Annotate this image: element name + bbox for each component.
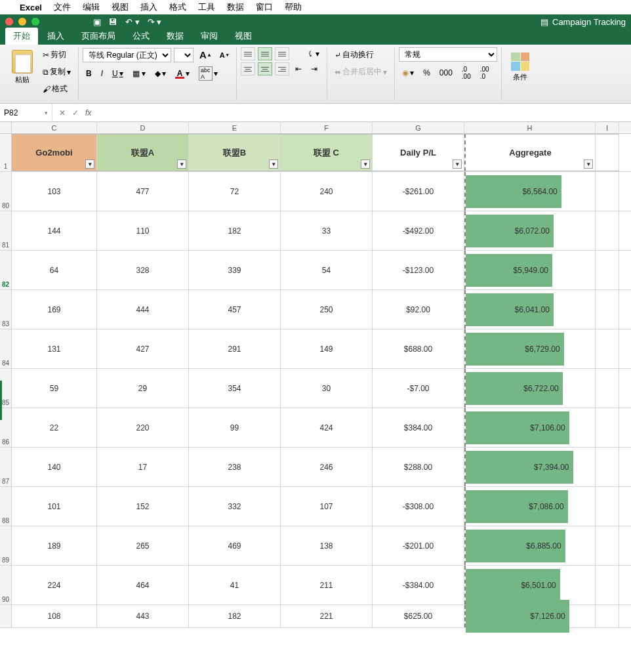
fill-color-button[interactable]: ◆ ▾ [152, 67, 169, 80]
increase-indent-button[interactable]: ⇥ [308, 62, 321, 75]
cell[interactable]: 221 [281, 605, 373, 627]
filter-icon[interactable]: ▾ [453, 159, 462, 169]
ribbon-tab-home[interactable]: 开始 [5, 28, 38, 45]
row-header[interactable]: 81 [0, 211, 12, 250]
phonetic-button[interactable]: abcA ▾ [195, 64, 221, 83]
name-box[interactable]: P82▾ [0, 104, 52, 121]
col-header-G[interactable]: G [373, 122, 464, 133]
close-window-button[interactable] [5, 18, 13, 26]
cell-aggregate[interactable]: $6,885.00 [464, 526, 596, 565]
decrease-indent-button[interactable]: ⇤ [292, 62, 305, 75]
cell-aggregate[interactable]: $7,394.00 [464, 448, 596, 486]
cancel-icon[interactable]: ✕ [59, 108, 66, 117]
cell[interactable]: 131 [12, 329, 97, 368]
cell[interactable]: 424 [281, 408, 373, 447]
cell-aggregate[interactable]: $6,722.00 [464, 369, 596, 408]
cell[interactable]: 189 [12, 526, 97, 565]
cell-aggregate[interactable]: $6,072.00 [464, 211, 596, 250]
menu-window[interactable]: 窗口 [256, 1, 273, 13]
conditional-formatting-button[interactable]: 条件 [506, 47, 535, 87]
maximize-window-button[interactable] [31, 18, 39, 26]
cell[interactable]: $92.00 [373, 290, 464, 329]
cell[interactable]: -$308.00 [373, 487, 464, 526]
row-header[interactable]: 84 [0, 329, 12, 368]
col-header-F[interactable]: F [281, 122, 373, 133]
cell-aggregate[interactable]: $7,126.00 [464, 605, 596, 627]
ribbon-tab-data[interactable]: 数据 [159, 28, 192, 45]
menu-insert[interactable]: 插入 [140, 1, 157, 13]
cell-aggregate[interactable]: $6,729.00 [464, 329, 596, 368]
cell[interactable] [596, 605, 619, 627]
cell[interactable]: 427 [97, 329, 189, 368]
cell[interactable]: 457 [189, 290, 281, 329]
align-right-button[interactable] [275, 62, 289, 75]
cell[interactable]: 103 [12, 172, 97, 211]
cell[interactable] [596, 290, 619, 329]
orientation-button[interactable]: ⤹ ▾ [304, 47, 323, 60]
cell-aggregate[interactable]: $5,949.00 [464, 251, 596, 289]
cell[interactable]: $288.00 [373, 448, 464, 486]
format-painter-button[interactable]: 🖌︎格式 [39, 81, 74, 96]
app-name[interactable]: Excel [20, 3, 42, 12]
comma-button[interactable]: 000 [436, 66, 456, 79]
confirm-icon[interactable]: ✓ [72, 108, 79, 117]
header-cell-alliance-c[interactable]: 联盟 C▾ [281, 134, 373, 171]
cell[interactable]: 328 [97, 251, 189, 289]
ribbon-tab-page-layout[interactable]: 页面布局 [73, 28, 123, 45]
row-header[interactable]: 80 [0, 172, 12, 211]
border-button[interactable]: ▦ ▾ [129, 67, 149, 80]
cell[interactable]: 110 [97, 211, 189, 250]
cell[interactable]: 469 [189, 526, 281, 565]
wrap-text-button[interactable]: ⤶ 自动换行 [331, 47, 377, 62]
cell[interactable]: 17 [97, 448, 189, 486]
cell[interactable]: 477 [97, 172, 189, 211]
minimize-window-button[interactable] [18, 18, 26, 26]
cell[interactable]: 443 [97, 605, 189, 627]
italic-button[interactable]: I [98, 67, 106, 80]
cell[interactable]: 240 [281, 172, 373, 211]
cell-aggregate[interactable]: $7,106.00 [464, 408, 596, 447]
cell[interactable]: 182 [189, 211, 281, 250]
menu-tools[interactable]: 工具 [198, 1, 215, 13]
cell[interactable]: 140 [12, 448, 97, 486]
filter-icon[interactable]: ▾ [361, 159, 370, 169]
cell[interactable]: $688.00 [373, 329, 464, 368]
cell-aggregate[interactable]: $6,041.00 [464, 290, 596, 329]
cell[interactable]: -$261.00 [373, 172, 464, 211]
merge-center-button[interactable]: ⬌ 合并后居中 ▾ [331, 64, 390, 79]
align-middle-button[interactable] [258, 47, 272, 60]
bold-button[interactable]: B [83, 67, 95, 80]
cell[interactable]: 332 [189, 487, 281, 526]
header-cell-alliance-a[interactable]: 联盟A▾ [97, 134, 189, 171]
row-header[interactable]: 87 [0, 448, 12, 486]
filter-icon[interactable]: ▾ [85, 159, 94, 169]
cell[interactable]: 54 [281, 251, 373, 289]
cell[interactable]: 152 [97, 487, 189, 526]
qat-save-icon[interactable]: 💾︎ [109, 17, 117, 27]
cell[interactable]: 41 [189, 566, 281, 604]
ribbon-tab-insert[interactable]: 插入 [39, 28, 72, 45]
ribbon-tab-review[interactable]: 审阅 [193, 28, 226, 45]
cell[interactable]: 30 [281, 369, 373, 408]
increase-decimal-button[interactable]: .0.00 [458, 64, 474, 82]
align-center-button[interactable] [258, 62, 272, 75]
cell[interactable]: 169 [12, 290, 97, 329]
col-header-C[interactable]: C [12, 122, 97, 133]
cell[interactable]: 138 [281, 526, 373, 565]
cell[interactable]: -$7.00 [373, 369, 464, 408]
cut-button[interactable]: ✂︎剪切 [39, 47, 74, 62]
formula-input[interactable] [98, 108, 631, 117]
row-header[interactable]: 83 [0, 290, 12, 329]
cell[interactable]: $625.00 [373, 605, 464, 627]
cell[interactable]: 354 [189, 369, 281, 408]
row-header[interactable]: 88 [0, 487, 12, 526]
cell[interactable]: 265 [97, 526, 189, 565]
cell-aggregate[interactable]: $6,501.00 [464, 566, 596, 604]
cell[interactable]: 246 [281, 448, 373, 486]
menu-file[interactable]: 文件 [54, 1, 71, 13]
row-header[interactable]: 82 [0, 251, 12, 289]
percent-button[interactable]: % [420, 66, 434, 79]
col-header-H[interactable]: H [464, 122, 596, 133]
cell[interactable]: 107 [281, 487, 373, 526]
number-format-select[interactable]: 常规 [399, 47, 497, 62]
